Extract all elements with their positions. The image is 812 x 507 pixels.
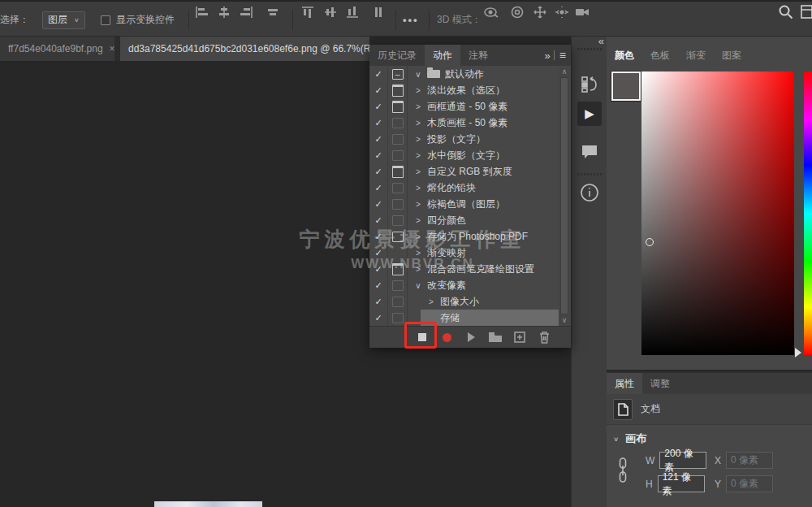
action-row[interactable]: ✓>四分颜色 xyxy=(369,212,571,228)
action-check-icon[interactable]: ✓ xyxy=(369,245,388,261)
align-vertical-centers-button[interactable] xyxy=(320,2,341,23)
new-set-button[interactable] xyxy=(483,327,508,347)
action-dialog-toggle[interactable] xyxy=(388,196,408,212)
collapse-panel-icon[interactable]: » xyxy=(545,50,549,62)
scrollbar[interactable]: ∧ ∨ xyxy=(559,67,570,324)
action-row[interactable]: ✓>水中倒影（文字） xyxy=(369,147,571,163)
tab-notes[interactable]: 注释 xyxy=(460,45,496,66)
actions-panel-icon[interactable]: ▶ xyxy=(577,102,602,126)
chevron-down-icon[interactable]: ∨ xyxy=(412,70,424,79)
workspace-switcher-icon[interactable] xyxy=(799,2,812,23)
align-left-edges-button[interactable] xyxy=(192,2,213,23)
action-check-icon[interactable]: ✓ xyxy=(369,310,388,326)
tab-gradients[interactable]: 渐变 xyxy=(678,45,714,66)
action-row[interactable]: ✓>图像大小 xyxy=(369,293,571,310)
action-check-icon[interactable]: ✓ xyxy=(369,115,388,131)
action-row[interactable]: ✓>淡出效果（选区） xyxy=(369,82,571,98)
tab-adjustments[interactable]: 调整 xyxy=(642,373,678,394)
scrollbar-thumb[interactable] xyxy=(560,77,568,314)
chevron-right-icon[interactable]: > xyxy=(412,102,424,111)
action-dialog-toggle[interactable] xyxy=(388,82,408,98)
action-check-icon[interactable]: ✓ xyxy=(369,131,388,147)
link-dimensions-icon[interactable] xyxy=(618,457,628,483)
action-check-icon[interactable]: ✓ xyxy=(369,98,388,115)
align-right-edges-button[interactable] xyxy=(235,2,257,23)
action-dialog-toggle[interactable] xyxy=(388,180,408,196)
action-check-icon[interactable]: ✓ xyxy=(369,163,388,180)
action-row[interactable]: ✓>棕褐色调（图层） xyxy=(369,196,571,212)
action-row[interactable]: ✓>存储为 Photoshop PDF xyxy=(369,228,571,245)
height-input[interactable]: 121 像素 xyxy=(658,475,705,492)
action-dialog-toggle[interactable]: – xyxy=(388,66,408,82)
action-row[interactable]: ✓>熔化的铅块 xyxy=(369,180,571,196)
action-dialog-toggle[interactable] xyxy=(388,212,408,228)
action-dialog-toggle[interactable] xyxy=(388,131,408,147)
y-input[interactable]: 0 像素 xyxy=(726,475,773,492)
action-dialog-toggle[interactable] xyxy=(388,228,408,245)
action-check-icon[interactable]: ✓ xyxy=(369,212,388,228)
action-check-icon[interactable]: ✓ xyxy=(369,196,388,212)
action-dialog-toggle[interactable] xyxy=(388,293,408,310)
action-row[interactable]: ✓>混合器画笔克隆绘图设置 xyxy=(369,261,571,277)
panel-menu-icon[interactable]: ≡ xyxy=(559,49,566,62)
action-row[interactable]: ✓–∨默认动作 xyxy=(369,66,571,82)
action-dialog-toggle[interactable] xyxy=(388,245,408,261)
3d-roll-icon[interactable] xyxy=(507,2,528,23)
action-row[interactable]: ✓存储 xyxy=(369,310,571,326)
distribute-horizontal-button[interactable] xyxy=(262,2,283,23)
document-tab-inactive[interactable]: ff7d54e040afe9bf.png × xyxy=(0,37,114,61)
action-row[interactable]: ✓∨改变像素 xyxy=(369,277,571,293)
action-check-icon[interactable]: ✓ xyxy=(369,293,388,310)
action-row[interactable]: ✓>投影（文字） xyxy=(369,131,571,147)
canvas-section-header[interactable]: ∨ 画布 xyxy=(613,431,646,446)
collapse-dock-icon[interactable]: « xyxy=(598,35,603,47)
play-button[interactable] xyxy=(459,327,483,347)
action-dialog-toggle[interactable] xyxy=(388,163,408,180)
hue-slider[interactable] xyxy=(804,72,812,355)
info-panel-icon[interactable] xyxy=(577,181,602,204)
action-dialog-toggle[interactable] xyxy=(388,261,408,277)
grip-handle[interactable] xyxy=(577,48,602,50)
chevron-right-icon[interactable]: > xyxy=(412,200,424,209)
saturation-brightness-field[interactable] xyxy=(641,72,794,355)
chevron-right-icon[interactable]: > xyxy=(412,265,424,274)
grip-handle[interactable] xyxy=(577,173,602,176)
action-check-icon[interactable]: ✓ xyxy=(369,228,388,245)
action-row[interactable]: ✓>画框通道 - 50 像素 xyxy=(369,98,571,115)
chevron-right-icon[interactable]: > xyxy=(412,135,424,144)
tab-patterns[interactable]: 图案 xyxy=(714,45,749,66)
more-options-button[interactable]: ••• xyxy=(403,2,419,37)
color-picker-cursor[interactable] xyxy=(646,238,654,246)
action-dialog-toggle[interactable] xyxy=(388,115,408,131)
chevron-right-icon[interactable]: > xyxy=(412,151,424,160)
tab-color[interactable]: 颜色 xyxy=(607,45,642,66)
foreground-color-swatch[interactable] xyxy=(611,72,641,101)
align-horizontal-centers-button[interactable] xyxy=(214,2,235,23)
chevron-right-icon[interactable]: > xyxy=(412,119,424,128)
3d-slide-icon[interactable] xyxy=(551,2,572,23)
action-row[interactable]: ✓>自定义 RGB 到灰度 xyxy=(369,163,571,180)
scroll-down-icon[interactable]: ∨ xyxy=(562,316,568,324)
chevron-right-icon[interactable]: > xyxy=(412,167,424,176)
chevron-right-icon[interactable]: > xyxy=(412,184,424,193)
action-dialog-toggle[interactable] xyxy=(388,147,408,163)
record-button[interactable] xyxy=(434,327,459,347)
tab-actions[interactable]: 动作 xyxy=(425,45,460,66)
tab-properties[interactable]: 属性 xyxy=(607,373,642,394)
delete-action-button[interactable] xyxy=(532,327,556,347)
width-input[interactable]: 200 像素 xyxy=(659,452,706,469)
hue-slider-marker[interactable] xyxy=(795,348,801,358)
action-row[interactable]: ✓>渐变映射 xyxy=(369,245,571,261)
new-action-button[interactable] xyxy=(508,327,532,347)
scroll-up-icon[interactable]: ∧ xyxy=(562,67,568,76)
chevron-down-icon[interactable]: ∨ xyxy=(412,281,424,290)
search-icon[interactable] xyxy=(775,2,797,23)
3d-camera-icon[interactable] xyxy=(572,2,593,23)
action-check-icon[interactable]: ✓ xyxy=(369,180,388,196)
align-top-edges-button[interactable] xyxy=(297,2,318,23)
show-transform-checkbox[interactable]: 显示变换控件 xyxy=(101,2,175,37)
3d-orbit-icon[interactable] xyxy=(481,2,502,23)
action-check-icon[interactable]: ✓ xyxy=(369,277,388,293)
chevron-right-icon[interactable]: > xyxy=(412,232,424,241)
chevron-right-icon[interactable]: > xyxy=(412,216,424,225)
